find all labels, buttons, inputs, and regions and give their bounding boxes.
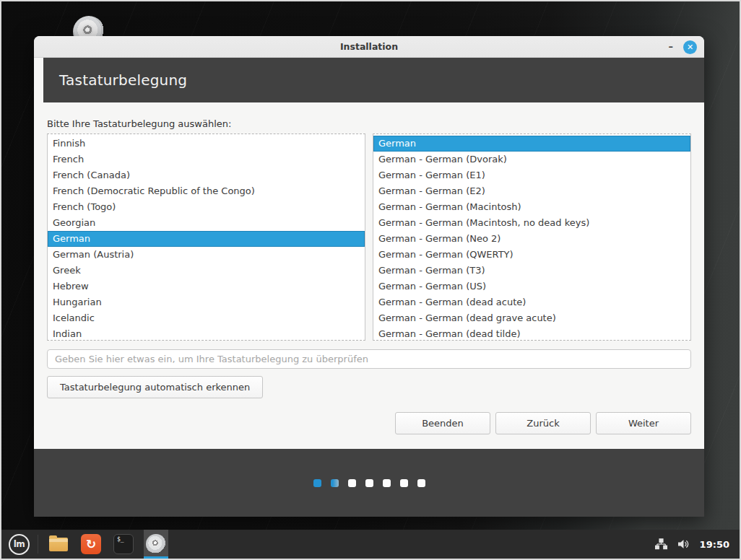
desktop: Installation – ✕ Tastaturbelegung Bitte … [0, 0, 741, 560]
step-header: Tastaturbelegung [43, 58, 704, 102]
layout-list-item[interactable]: French [48, 152, 365, 167]
variant-list-item[interactable]: German - German (Neo 2) [373, 231, 690, 247]
variant-list-item[interactable]: German - German (T3) [373, 263, 690, 279]
progress-step-dot [383, 479, 391, 487]
progress-step-dot [313, 479, 321, 487]
layout-list-item[interactable]: French (Togo) [48, 199, 365, 215]
layout-list-item[interactable]: French (Democratic Republic of the Congo… [48, 183, 365, 199]
progress-step-dot [417, 479, 425, 487]
layout-list-item[interactable]: Indian [48, 326, 365, 341]
taskbar-clock[interactable]: 19:50 [700, 539, 729, 550]
layout-list[interactable]: FinnishFrenchFrench (Canada)French (Demo… [47, 134, 365, 341]
cd-disc-icon [146, 534, 166, 554]
variant-list-item[interactable]: German - German (Dvorak) [373, 152, 690, 167]
circular-arrow-icon: ↻ [81, 534, 101, 554]
taskbar-separator [38, 535, 38, 554]
window-controls: – ✕ [667, 36, 698, 58]
variant-list-item[interactable]: German - German (E1) [373, 167, 690, 183]
variant-list-item[interactable]: German - German (dead tilde) [373, 326, 690, 341]
prompt-label: Bitte Ihre Tastaturbelegung auswählen: [47, 118, 691, 129]
step-content: Bitte Ihre Tastaturbelegung auswählen: F… [34, 102, 704, 449]
detect-layout-button[interactable]: Tastaturbelegung automatisch erkennen [47, 376, 263, 398]
layout-list-item[interactable]: German (Austria) [48, 247, 365, 263]
layout-list-item[interactable]: German [48, 231, 365, 247]
page-title: Tastaturbelegung [59, 71, 187, 89]
layout-list-item[interactable]: Finnish [48, 136, 365, 152]
layout-list-item[interactable]: Hungarian [48, 294, 365, 310]
terminal-icon: $_ [113, 534, 134, 554]
installer-window: Installation – ✕ Tastaturbelegung Bitte … [34, 36, 704, 517]
variant-list-item[interactable]: German - German (QWERTY) [373, 247, 690, 263]
installer-app-button[interactable] [144, 530, 168, 559]
wizard-nav: Beenden Zurück Weiter [47, 412, 691, 434]
files-app-button[interactable] [46, 530, 71, 559]
keyboard-lists: FinnishFrenchFrench (Canada)French (Demo… [47, 134, 691, 341]
window-title: Installation [340, 41, 398, 52]
variant-list-item[interactable]: German - German (Macintosh, no dead keys… [373, 215, 690, 231]
speaker-icon[interactable] [677, 538, 690, 550]
minimize-button[interactable]: – [667, 36, 675, 58]
progress-step-dot [331, 479, 339, 487]
linux-mint-logo-icon: lm [14, 539, 25, 549]
variant-list-item[interactable]: German [373, 136, 690, 152]
back-button[interactable]: Zurück [495, 412, 591, 434]
progress-footer [34, 449, 704, 517]
keyboard-test-input[interactable] [47, 349, 691, 369]
progress-step-dot [365, 479, 373, 487]
variant-list-item[interactable]: German - German (dead acute) [373, 294, 690, 310]
taskbar: lm ↻ $_ [1, 530, 740, 559]
close-button[interactable]: ✕ [683, 40, 697, 54]
layout-list-item[interactable]: Hebrew [48, 279, 365, 294]
terminal-app-button[interactable]: $_ [111, 530, 136, 559]
layout-list-item[interactable]: Greek [48, 263, 365, 279]
layout-list-item[interactable]: Georgian [48, 215, 365, 231]
variant-list-item[interactable]: German - German (dead grave acute) [373, 310, 690, 326]
titlebar[interactable]: Installation – ✕ [34, 36, 704, 58]
quit-button[interactable]: Beenden [395, 412, 490, 434]
variant-list-item[interactable]: German - German (E2) [373, 183, 690, 199]
variant-list[interactable]: GermanGerman - German (Dvorak)German - G… [373, 134, 691, 341]
variant-list-item[interactable]: German - German (Macintosh) [373, 199, 690, 215]
wired-network-icon[interactable] [655, 538, 667, 550]
mint-menu-button[interactable]: lm [9, 534, 30, 555]
folder-icon [49, 538, 68, 551]
progress-step-dot [348, 479, 356, 487]
next-button[interactable]: Weiter [596, 412, 691, 434]
orange-app-button[interactable]: ↻ [79, 530, 103, 559]
layout-list-item[interactable]: French (Canada) [48, 167, 365, 183]
layout-list-item[interactable]: Icelandic [48, 310, 365, 326]
system-tray: 19:50 [655, 538, 732, 550]
variant-list-item[interactable]: German - German (US) [373, 279, 690, 294]
progress-step-dot [400, 479, 408, 487]
terminal-prompt-glyph: $_ [117, 536, 124, 543]
